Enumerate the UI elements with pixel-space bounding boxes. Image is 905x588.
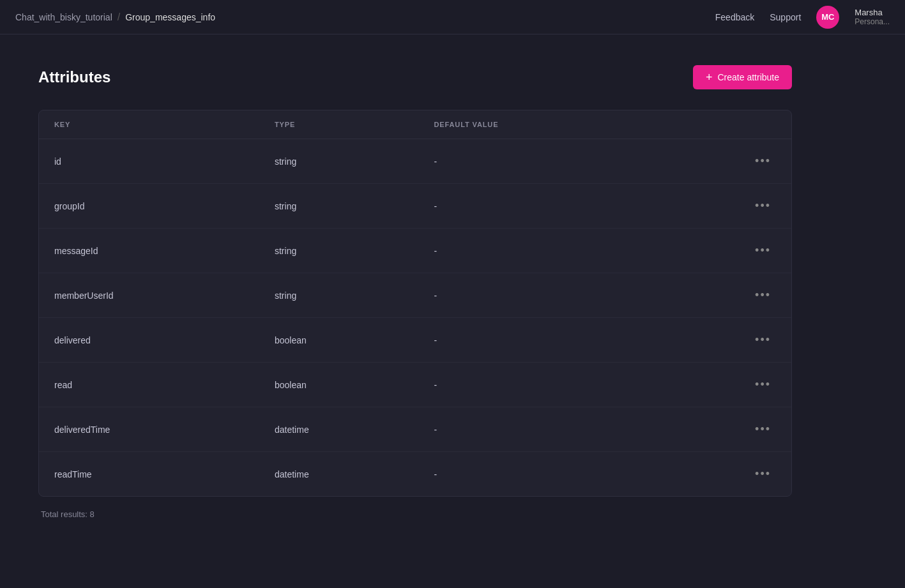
row-0-more-button[interactable]: ••• <box>750 152 776 170</box>
row-0-actions: ••• <box>652 139 791 184</box>
page-header: Attributes + Create attribute <box>38 65 792 89</box>
row-1-more-button[interactable]: ••• <box>750 197 776 215</box>
row-2-default: - <box>419 229 652 273</box>
col-header-type: TYPE <box>259 110 419 139</box>
row-1-type: string <box>259 184 419 229</box>
table-body: idstring-•••groupIdstring-•••messageIdst… <box>39 139 791 497</box>
user-info: Marsha Persona... <box>855 8 890 26</box>
row-4-type: boolean <box>259 318 419 363</box>
support-link[interactable]: Support <box>770 12 801 22</box>
row-1-key: groupId <box>39 184 259 229</box>
feedback-link[interactable]: Feedback <box>715 12 754 22</box>
col-header-default_value: DEFAULT VALUE <box>419 110 652 139</box>
plus-icon: + <box>706 72 713 83</box>
row-0-key: id <box>39 139 259 184</box>
row-6-more-button[interactable]: ••• <box>750 420 776 439</box>
row-2-type: string <box>259 229 419 273</box>
breadcrumb-current: Group_messages_info <box>125 12 215 22</box>
attributes-table: KEYTYPEDEFAULT VALUE idstring-•••groupId… <box>39 110 791 496</box>
row-7-type: datetime <box>259 452 419 497</box>
row-4-actions: ••• <box>652 318 791 363</box>
row-1-default: - <box>419 184 652 229</box>
user-name: Marsha <box>855 8 890 17</box>
row-5-more-button[interactable]: ••• <box>750 375 776 394</box>
row-3-more-button[interactable]: ••• <box>750 286 776 305</box>
header-right: Feedback Support MC Marsha Persona... <box>715 6 890 29</box>
row-5-key: read <box>39 363 259 407</box>
row-0-type: string <box>259 139 419 184</box>
table-row: deliveredboolean-••• <box>39 318 791 363</box>
row-5-actions: ••• <box>652 363 791 407</box>
table-row: deliveredTimedatetime-••• <box>39 407 791 452</box>
row-7-actions: ••• <box>652 452 791 497</box>
row-3-default: - <box>419 273 652 318</box>
table-row: idstring-••• <box>39 139 791 184</box>
table-header-row: KEYTYPEDEFAULT VALUE <box>39 110 791 139</box>
row-2-key: messageId <box>39 229 259 273</box>
user-role: Persona... <box>855 17 890 26</box>
row-6-type: datetime <box>259 407 419 452</box>
create-attribute-button[interactable]: + Create attribute <box>693 65 792 89</box>
row-5-default: - <box>419 363 652 407</box>
row-0-default: - <box>419 139 652 184</box>
attributes-table-container: KEYTYPEDEFAULT VALUE idstring-•••groupId… <box>38 110 792 497</box>
row-1-actions: ••• <box>652 184 791 229</box>
row-7-key: readTime <box>39 452 259 497</box>
row-3-type: string <box>259 273 419 318</box>
row-6-key: deliveredTime <box>39 407 259 452</box>
table-row: readboolean-••• <box>39 363 791 407</box>
table-row: readTimedatetime-••• <box>39 452 791 497</box>
row-3-actions: ••• <box>652 273 791 318</box>
breadcrumb-project[interactable]: Chat_with_bisky_tutorial <box>15 12 112 22</box>
col-header-key: KEY <box>39 110 259 139</box>
row-4-default: - <box>419 318 652 363</box>
total-results: Total results: 8 <box>38 509 792 519</box>
row-2-actions: ••• <box>652 229 791 273</box>
row-3-key: memberUserId <box>39 273 259 318</box>
col-header-actions <box>652 110 791 139</box>
table-row: memberUserIdstring-••• <box>39 273 791 318</box>
row-6-default: - <box>419 407 652 452</box>
row-4-more-button[interactable]: ••• <box>750 331 776 349</box>
row-6-actions: ••• <box>652 407 791 452</box>
table-header: KEYTYPEDEFAULT VALUE <box>39 110 791 139</box>
table-row: messageIdstring-••• <box>39 229 791 273</box>
page-title: Attributes <box>38 68 110 86</box>
row-5-type: boolean <box>259 363 419 407</box>
main-content: Attributes + Create attribute KEYTYPEDEF… <box>0 34 830 550</box>
avatar[interactable]: MC <box>816 6 839 29</box>
row-7-default: - <box>419 452 652 497</box>
breadcrumb: Chat_with_bisky_tutorial / Group_message… <box>15 11 215 23</box>
row-2-more-button[interactable]: ••• <box>750 241 776 260</box>
breadcrumb-separator: / <box>118 11 120 23</box>
create-attribute-label: Create attribute <box>718 72 780 82</box>
table-row: groupIdstring-••• <box>39 184 791 229</box>
row-4-key: delivered <box>39 318 259 363</box>
row-7-more-button[interactable]: ••• <box>750 465 776 483</box>
header: Chat_with_bisky_tutorial / Group_message… <box>0 0 905 34</box>
